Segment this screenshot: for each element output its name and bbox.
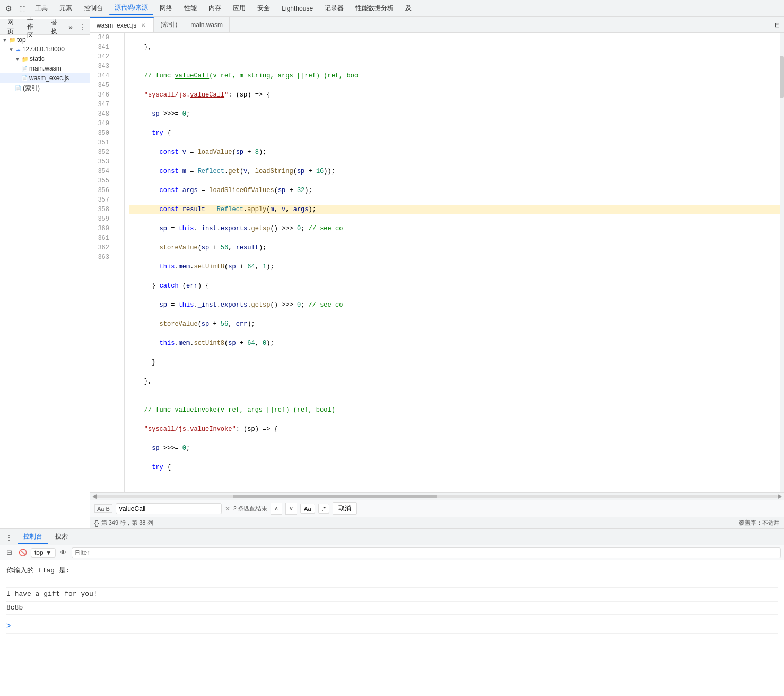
code-editor: 340341342343 344345346347 348349350351 3…	[90, 33, 784, 528]
tree-label-wasm-exec: wasm_exec.js	[29, 74, 69, 82]
console-prompt-icon: >	[6, 620, 11, 632]
nav-security[interactable]: 安全	[252, 2, 275, 15]
file-tree-panel: 网页 工作区 替换 » ⋮ ▼ 📁 top ▼ ☁ 127.0.0.1:8000…	[0, 17, 90, 528]
tree-label-main-wasm: main.wasm	[29, 65, 62, 72]
match-count: 2 条匹配结果	[233, 504, 267, 512]
status-bar: {} 第 349 行，第 38 列 覆盖率：不适用	[90, 517, 784, 528]
more-tabs-button[interactable]: »	[65, 21, 76, 33]
console-text-1: 你输入的 flag 是:	[6, 566, 70, 577]
code-area[interactable]: 340341342343 344345346347 348349350351 3…	[90, 33, 784, 492]
tree-label-server: 127.0.0.1:8000	[22, 46, 65, 53]
regex-button[interactable]: .*	[318, 504, 329, 514]
bottom-console: ⋮ 控制台 搜索 ⊟ 🚫 top ▼ 👁 你输入的 flag 是: I have…	[0, 529, 784, 680]
triangle-down-icon-2: ▼	[8, 47, 14, 53]
console-menu-button[interactable]: ⋮	[2, 533, 16, 542]
console-tab-search[interactable]: 搜索	[50, 530, 73, 544]
case-sensitive-button[interactable]: Aa	[300, 504, 315, 514]
tree-item-index[interactable]: 📄 (索引)	[0, 83, 90, 94]
search-clear-button[interactable]: ✕	[225, 505, 230, 512]
tree-item-static[interactable]: ▼ 📁 static	[0, 54, 90, 64]
devtools-icon[interactable]: ⚙	[2, 2, 15, 15]
console-line-1: 你输入的 flag 是:	[6, 564, 778, 578]
code-content[interactable]: }, // func valueCall(v ref, m string, ar…	[125, 33, 784, 492]
nav-console[interactable]: 控制台	[79, 2, 108, 15]
dock-button[interactable]: ⊟	[770, 21, 784, 29]
console-line-blank	[6, 578, 778, 588]
search-prev-button[interactable]: ∧	[271, 503, 282, 515]
nav-overrides[interactable]: 替换	[46, 17, 64, 38]
status-left: {} 第 349 行，第 38 列	[94, 519, 153, 527]
console-tab-console[interactable]: 控制台	[18, 530, 48, 544]
context-selector[interactable]: top ▼	[31, 548, 56, 558]
eye-button[interactable]: 👁	[58, 547, 69, 559]
console-output[interactable]: 你输入的 flag 是: I have a gift for you! 8c8b…	[0, 560, 784, 680]
status-right: 覆盖率：不适用	[739, 519, 780, 527]
nav-more[interactable]: 及	[400, 2, 417, 15]
tab-index[interactable]: (索引)	[154, 17, 184, 33]
console-toolbar: ⊟ 🚫 top ▼ 👁	[0, 545, 784, 560]
folder-icon: 📁	[9, 37, 15, 43]
tab-label-main-wasm: main.wasm	[190, 21, 223, 29]
filter-input[interactable]	[72, 547, 781, 558]
nav-tools[interactable]: 工具	[30, 2, 53, 15]
file-icon-js: 📄	[21, 75, 28, 81]
sidebar-toggle-button[interactable]: ⊟	[3, 547, 15, 559]
tree-label-static: static	[30, 55, 45, 63]
nav-memory[interactable]: 内存	[203, 2, 227, 15]
tree-item-main-wasm[interactable]: 📄 main.wasm	[0, 64, 90, 73]
search-input[interactable]	[116, 503, 222, 514]
tree-label-index: (索引)	[23, 84, 40, 93]
horizontal-scrollbar[interactable]: ◀ ▶	[90, 492, 784, 500]
vertical-scrollbar[interactable]	[780, 33, 784, 492]
tree-item-server[interactable]: ▼ ☁ 127.0.0.1:8000	[0, 45, 90, 54]
search-next-button[interactable]: ∨	[285, 503, 297, 515]
tree-item-top[interactable]: ▼ 📁 top	[0, 35, 90, 45]
tab-wasm-exec[interactable]: wasm_exec.js ✕	[90, 17, 154, 33]
nav-sources[interactable]: 源代码/来源	[109, 1, 153, 15]
console-line-3: 8c8b	[6, 602, 778, 615]
panel-options-button[interactable]: ⋮	[77, 23, 88, 31]
nav-performance[interactable]: 性能	[179, 2, 202, 15]
scroll-right-btn[interactable]: ▶	[778, 493, 782, 500]
scrollbar-track[interactable]	[97, 495, 778, 498]
tabs-bar: wasm_exec.js ✕ (索引) main.wasm ⊟	[90, 17, 784, 33]
tab-label-wasm-exec: wasm_exec.js	[97, 22, 136, 29]
nav-elements[interactable]: 元素	[54, 2, 77, 15]
tree-item-wasm-exec[interactable]: 📄 wasm_exec.js	[0, 73, 90, 83]
context-label: top	[34, 549, 43, 556]
second-nav: 网页 工作区 替换 » ⋮	[0, 19, 90, 35]
coverage-status: 覆盖率：不适用	[739, 519, 780, 526]
nav-perf-insights[interactable]: 性能数据分析	[350, 2, 399, 15]
nav-network[interactable]: 网络	[154, 2, 178, 15]
scrollbar-thumb-h[interactable]	[233, 495, 437, 498]
scrollbar-thumb[interactable]	[780, 56, 784, 98]
nav-lighthouse[interactable]: Lighthouse	[276, 3, 318, 14]
search-bar: Aa B ✕ 2 条匹配结果 ∧ ∨ Aa .* 取消	[90, 500, 784, 517]
console-text-2: I have a gift for you!	[6, 589, 98, 600]
context-dropdown-icon: ▼	[46, 549, 52, 556]
console-text-3: 8c8b	[6, 603, 23, 614]
tab-label-index: (索引)	[160, 20, 177, 29]
tab-close-wasm-exec[interactable]: ✕	[140, 22, 147, 29]
nav-page[interactable]: 网页	[2, 17, 21, 38]
tab-main-wasm[interactable]: main.wasm	[184, 17, 230, 33]
console-tabs: ⋮ 控制台 搜索	[0, 529, 784, 545]
console-line-2: I have a gift for you!	[6, 588, 778, 602]
main-layout: 网页 工作区 替换 » ⋮ ▼ 📁 top ▼ ☁ 127.0.0.1:8000…	[0, 17, 784, 529]
search-type-icon[interactable]: Aa B	[94, 504, 112, 513]
nav-application[interactable]: 应用	[228, 2, 251, 15]
search-cancel-button[interactable]: 取消	[333, 502, 357, 515]
cloud-icon: ☁	[15, 47, 21, 53]
file-icon-wasm: 📄	[21, 66, 28, 72]
scroll-left-btn[interactable]: ◀	[92, 493, 97, 500]
code-gutter	[114, 33, 125, 492]
nav-recorder[interactable]: 记录器	[319, 2, 349, 15]
console-prompt-line[interactable]: >	[6, 619, 778, 633]
triangle-down-icon: ▼	[2, 37, 7, 43]
clear-console-button[interactable]: 🚫	[17, 547, 29, 559]
triangle-down-icon-3: ▼	[15, 56, 20, 62]
pretty-print-button[interactable]: {}	[94, 519, 99, 527]
tree-label-top: top	[17, 36, 26, 44]
cursor-position: 第 349 行，第 38 列	[101, 519, 153, 527]
inspect-icon[interactable]: ⬚	[16, 2, 29, 15]
